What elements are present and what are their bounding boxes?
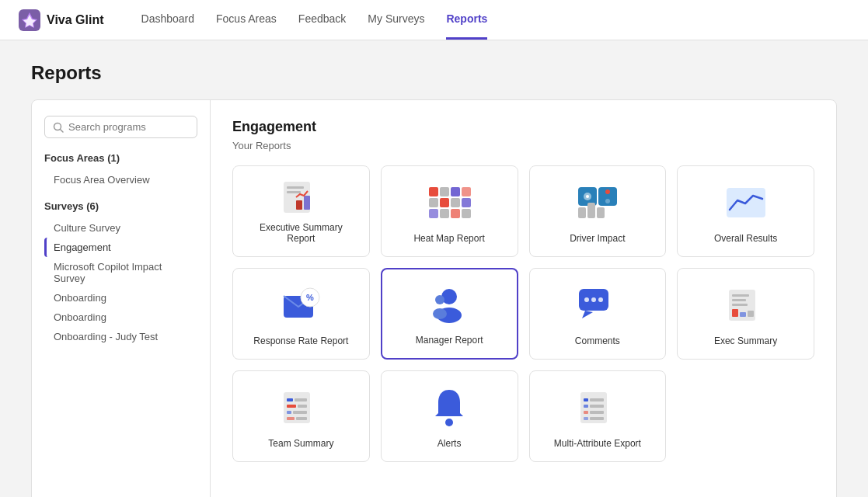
logo: Viva Glint <box>19 9 104 31</box>
report-card-manager[interactable]: Manager Report <box>381 268 518 360</box>
viva-glint-logo-icon <box>19 9 40 31</box>
svg-point-42 <box>598 297 603 302</box>
report-card-team-summary[interactable]: Team Summary <box>232 370 370 462</box>
page-title: Reports <box>31 62 837 84</box>
svg-rect-59 <box>296 417 307 420</box>
svg-rect-8 <box>296 200 302 210</box>
search-input[interactable] <box>68 121 189 133</box>
sidebar-item-onboarding-judy[interactable]: Onboarding - Judy Test <box>44 327 197 346</box>
alerts-icon <box>431 387 468 429</box>
manager-label: Manager Report <box>395 335 504 346</box>
svg-rect-6 <box>287 186 304 189</box>
svg-rect-62 <box>584 398 588 401</box>
svg-rect-18 <box>429 209 438 218</box>
report-card-overall-results[interactable]: Overall Results <box>677 165 814 257</box>
response-rate-icon-area: % <box>246 281 357 335</box>
response-rate-label: Response Rate Report <box>246 335 357 346</box>
team-summary-label: Team Summary <box>246 438 357 449</box>
alerts-label: Alerts <box>394 438 505 449</box>
nav-links: Dashboard Focus Areas Feedback My Survey… <box>141 0 849 40</box>
report-card-response-rate[interactable]: % Response Rate Report <box>232 268 370 360</box>
nav-my-surveys[interactable]: My Surveys <box>368 0 424 40</box>
content-area: Engagement Your Reports <box>211 100 836 497</box>
overall-results-icon <box>723 185 769 221</box>
comments-icon-area <box>542 281 654 335</box>
sidebar-item-onboarding-2[interactable]: Onboarding <box>44 308 197 327</box>
sidebar: Focus Areas (1) Focus Area Overview Surv… <box>32 100 211 497</box>
report-card-comments[interactable]: Comments <box>529 268 667 360</box>
sidebar-item-focus-area-overview[interactable]: Focus Area Overview <box>44 170 197 189</box>
nav-dashboard[interactable]: Dashboard <box>141 0 195 40</box>
search-box[interactable] <box>44 116 197 138</box>
report-card-multi-attr[interactable]: Multi-Attribute Export <box>529 370 667 462</box>
top-navigation: Viva Glint Dashboard Focus Areas Feedbac… <box>0 0 868 40</box>
svg-rect-12 <box>451 187 460 196</box>
multi-attr-label: Multi-Attribute Export <box>542 438 654 449</box>
comments-icon <box>576 286 619 325</box>
svg-rect-66 <box>584 411 588 414</box>
exec-summary2-icon <box>724 287 768 324</box>
exec-summary-label: Executive Summary Report <box>246 222 357 244</box>
svg-rect-21 <box>462 209 471 218</box>
svg-rect-53 <box>295 398 307 401</box>
svg-rect-29 <box>587 203 595 218</box>
svg-point-60 <box>445 419 453 426</box>
driver-impact-icon <box>575 184 620 221</box>
driver-impact-label: Driver Impact <box>542 233 654 244</box>
svg-rect-10 <box>429 187 438 196</box>
heatmap-icon-area <box>394 179 505 233</box>
report-card-alerts[interactable]: Alerts <box>381 370 518 462</box>
svg-rect-15 <box>440 198 449 207</box>
svg-rect-47 <box>732 304 748 306</box>
svg-rect-7 <box>287 191 301 193</box>
section-title: Engagement <box>232 119 814 135</box>
svg-rect-57 <box>293 411 307 414</box>
sidebar-surveys-section: Surveys (6) Culture Survey Engagement Mi… <box>44 200 197 346</box>
manager-icon <box>428 286 470 325</box>
main-layout: Focus Areas (1) Focus Area Overview Surv… <box>31 99 837 497</box>
multi-attr-icon-area <box>542 384 654 438</box>
svg-rect-64 <box>584 405 588 408</box>
comments-label: Comments <box>542 335 654 346</box>
svg-rect-14 <box>429 198 438 207</box>
svg-point-41 <box>591 297 596 302</box>
report-card-driver-impact[interactable]: Driver Impact <box>529 165 667 257</box>
heatmap-icon <box>426 184 472 221</box>
focus-areas-section-title: Focus Areas (1) <box>44 152 197 164</box>
sidebar-item-onboarding-1[interactable]: Onboarding <box>44 288 197 308</box>
svg-rect-46 <box>732 299 746 301</box>
exec-summary-icon <box>279 179 322 216</box>
nav-feedback[interactable]: Feedback <box>298 0 346 40</box>
search-icon <box>53 122 64 133</box>
exec-summary-icon-area <box>246 179 357 222</box>
svg-rect-17 <box>462 198 471 207</box>
svg-text:%: % <box>306 293 314 302</box>
svg-rect-68 <box>584 417 588 420</box>
report-card-heatmap[interactable]: Heat Map Report <box>381 165 518 257</box>
svg-rect-65 <box>590 405 604 408</box>
exec-summary2-icon-area <box>690 281 801 335</box>
team-summary-icon-area <box>246 384 357 438</box>
svg-rect-11 <box>440 187 449 196</box>
svg-rect-58 <box>287 417 295 420</box>
svg-rect-49 <box>740 312 746 317</box>
svg-rect-63 <box>590 398 604 401</box>
svg-rect-19 <box>440 209 449 218</box>
sidebar-item-engagement[interactable]: Engagement <box>44 238 197 257</box>
sidebar-item-culture-survey[interactable]: Culture Survey <box>44 218 197 238</box>
driver-impact-icon-area <box>542 179 654 233</box>
svg-point-37 <box>435 295 444 304</box>
svg-rect-28 <box>578 207 586 218</box>
report-card-executive-summary[interactable]: Executive Summary Report <box>232 165 370 257</box>
svg-rect-48 <box>732 309 738 317</box>
svg-rect-67 <box>590 411 604 414</box>
svg-point-27 <box>605 199 610 203</box>
nav-reports[interactable]: Reports <box>446 0 487 40</box>
report-card-exec-summary2[interactable]: Exec Summary <box>677 268 814 360</box>
svg-rect-55 <box>298 405 307 408</box>
svg-rect-16 <box>451 198 460 207</box>
sidebar-item-ms-copilot[interactable]: Microsoft Copilot Impact Survey <box>44 257 197 288</box>
nav-focus-areas[interactable]: Focus Areas <box>216 0 277 40</box>
svg-marker-43 <box>582 311 593 318</box>
svg-point-38 <box>433 308 447 319</box>
